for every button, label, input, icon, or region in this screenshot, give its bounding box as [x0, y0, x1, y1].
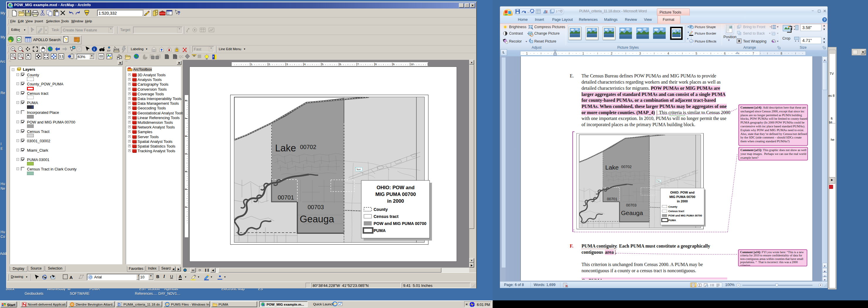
svg-text:8: 8 [781, 52, 782, 55]
svg-text:8: 8 [184, 100, 187, 101]
svg-text:2: 2 [611, 52, 613, 55]
svg-text:Bring to Front: Bring to Front [743, 25, 765, 29]
svg-text:3: 3 [639, 52, 641, 55]
svg-text:1: 1 [251, 63, 252, 66]
svg-text:2: 2 [269, 63, 270, 66]
svg-text:1: 1 [526, 52, 528, 55]
svg-text:Recolor: Recolor [509, 39, 522, 43]
svg-text:Picture Effects: Picture Effects [695, 40, 716, 43]
svg-text:1:1: 1:1 [59, 55, 64, 58]
svg-text:4: 4 [668, 52, 669, 55]
svg-text:8: 8 [375, 63, 376, 66]
svg-text:O: O [89, 275, 92, 279]
svg-text:QC: QC [179, 55, 184, 58]
svg-text:4: 4 [304, 63, 306, 66]
svg-text:5: 5 [695, 52, 698, 55]
svg-text:Picture Border: Picture Border [695, 32, 716, 35]
svg-text:2: 2 [184, 206, 187, 208]
svg-text:9: 9 [393, 63, 395, 66]
svg-text:?: ? [178, 10, 180, 16]
svg-text:7: 7 [358, 63, 359, 66]
svg-text:3: 3 [286, 63, 288, 66]
svg-text:6: 6 [184, 135, 187, 137]
svg-text:?: ? [824, 18, 826, 22]
svg-text:Compress Pictures: Compress Pictures [534, 25, 565, 29]
svg-text:Picture Shape: Picture Shape [695, 25, 716, 29]
svg-text:5: 5 [184, 153, 187, 154]
svg-text:Reset Picture: Reset Picture [534, 39, 556, 43]
svg-text:10: 10 [410, 63, 413, 66]
svg-text:A: A [69, 275, 73, 280]
svg-text:Text Wrapping: Text Wrapping [743, 39, 767, 43]
svg-text:XY: XY [107, 49, 111, 52]
svg-text:7: 7 [184, 117, 187, 119]
svg-text:?: ? [77, 39, 79, 43]
svg-text:Change Picture: Change Picture [534, 31, 559, 35]
svg-text:3: 3 [184, 188, 187, 190]
svg-text:7: 7 [752, 52, 754, 55]
svg-text:Brightness: Brightness [509, 25, 526, 29]
svg-text:Send to Back: Send to Back [743, 31, 765, 35]
svg-text:6: 6 [340, 63, 341, 66]
svg-text:i: i [94, 47, 95, 51]
svg-text:Contrast: Contrast [509, 31, 523, 35]
svg-text:5: 5 [322, 63, 323, 66]
svg-text:6: 6 [724, 52, 726, 55]
svg-text:4: 4 [184, 171, 187, 172]
svg-text:1: 1 [582, 52, 584, 55]
svg-text:?: ? [65, 37, 67, 42]
